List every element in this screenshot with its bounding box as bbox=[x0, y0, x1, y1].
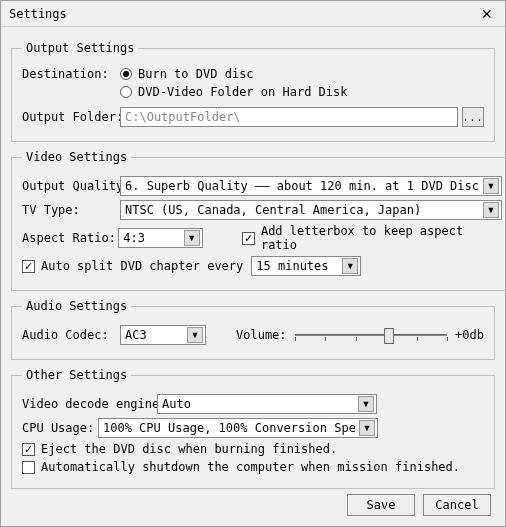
output-settings-group: Output Settings Destination: Burn to DVD… bbox=[11, 41, 495, 142]
auto-shutdown-checkbox[interactable]: Automatically shutdown the computer when… bbox=[22, 460, 460, 474]
cancel-button[interactable]: Cancel bbox=[423, 494, 491, 516]
video-decode-engine-label: Video decode engine: bbox=[22, 397, 157, 411]
letterbox-checkbox[interactable]: ✓ Add letterbox to keep aspect ratio bbox=[242, 224, 502, 252]
autosplit-label: Auto split DVD chapter every bbox=[41, 259, 243, 273]
output-folder-label: Output Folder: bbox=[22, 110, 120, 124]
destination-folder-label: DVD-Video Folder on Hard Disk bbox=[138, 85, 348, 99]
chevron-down-icon: ▼ bbox=[342, 258, 358, 274]
eject-disc-checkbox[interactable]: ✓ Eject the DVD disc when burning finish… bbox=[22, 442, 337, 456]
eject-disc-label: Eject the DVD disc when burning finished… bbox=[41, 442, 337, 456]
video-settings-group: Video Settings Output Quality: 6. Superb… bbox=[11, 150, 506, 291]
titlebar: Settings ✕ bbox=[1, 1, 505, 27]
volume-db-label: +0db bbox=[455, 328, 484, 342]
checkbox-icon bbox=[22, 461, 35, 474]
browse-button[interactable]: ... bbox=[462, 107, 484, 127]
chevron-down-icon: ▼ bbox=[187, 327, 203, 343]
output-folder-input[interactable]: C:\OutputFolder\ bbox=[120, 107, 458, 127]
settings-window: Settings ✕ Output Settings Destination: … bbox=[0, 0, 506, 527]
audio-settings-group: Audio Settings Audio Codec: AC3 ▼ Volume… bbox=[11, 299, 495, 360]
volume-label: Volume: bbox=[236, 328, 287, 342]
output-quality-label: Output Quality: bbox=[22, 179, 120, 193]
video-settings-legend: Video Settings bbox=[22, 150, 131, 164]
destination-burn-label: Burn to DVD disc bbox=[138, 67, 254, 81]
destination-folder-radio[interactable]: DVD-Video Folder on Hard Disk bbox=[120, 85, 348, 99]
save-button[interactable]: Save bbox=[347, 494, 415, 516]
check-icon: ✓ bbox=[242, 232, 255, 245]
chevron-down-icon: ▼ bbox=[358, 396, 374, 412]
volume-slider[interactable] bbox=[295, 325, 448, 345]
close-icon[interactable]: ✕ bbox=[477, 7, 497, 21]
tv-type-label: TV Type: bbox=[22, 203, 120, 217]
radio-icon bbox=[120, 86, 132, 98]
video-decode-engine-select[interactable]: Auto ▼ bbox=[157, 394, 377, 414]
autosplit-interval-select[interactable]: 15 minutes ▼ bbox=[251, 256, 361, 276]
cpu-usage-label: CPU Usage: bbox=[22, 421, 98, 435]
aspect-ratio-select[interactable]: 4:3 ▼ bbox=[118, 228, 203, 248]
other-settings-legend: Other Settings bbox=[22, 368, 131, 382]
autosplit-checkbox[interactable]: ✓ Auto split DVD chapter every bbox=[22, 259, 243, 273]
letterbox-label: Add letterbox to keep aspect ratio bbox=[261, 224, 502, 252]
window-title: Settings bbox=[9, 7, 67, 21]
chevron-down-icon: ▼ bbox=[483, 202, 499, 218]
aspect-ratio-label: Aspect Ratio: bbox=[22, 231, 118, 245]
output-settings-legend: Output Settings bbox=[22, 41, 138, 55]
audio-codec-label: Audio Codec: bbox=[22, 328, 120, 342]
footer: Save Cancel bbox=[347, 494, 491, 516]
tv-type-select[interactable]: NTSC (US, Canada, Central America, Japan… bbox=[120, 200, 502, 220]
chevron-down-icon: ▼ bbox=[184, 230, 200, 246]
destination-label: Destination: bbox=[22, 67, 120, 81]
chevron-down-icon: ▼ bbox=[483, 178, 499, 194]
radio-icon bbox=[120, 68, 132, 80]
other-settings-group: Other Settings Video decode engine: Auto… bbox=[11, 368, 495, 489]
check-icon: ✓ bbox=[22, 443, 35, 456]
audio-codec-select[interactable]: AC3 ▼ bbox=[120, 325, 206, 345]
content: Output Settings Destination: Burn to DVD… bbox=[1, 27, 505, 499]
chevron-down-icon: ▼ bbox=[359, 420, 375, 436]
audio-settings-legend: Audio Settings bbox=[22, 299, 131, 313]
auto-shutdown-label: Automatically shutdown the computer when… bbox=[41, 460, 460, 474]
output-quality-select[interactable]: 6. Superb Quality —— about 120 min. at 1… bbox=[120, 176, 502, 196]
cpu-usage-select[interactable]: 100% CPU Usage, 100% Conversion Speed ▼ bbox=[98, 418, 378, 438]
check-icon: ✓ bbox=[22, 260, 35, 273]
destination-burn-radio[interactable]: Burn to DVD disc bbox=[120, 67, 254, 81]
